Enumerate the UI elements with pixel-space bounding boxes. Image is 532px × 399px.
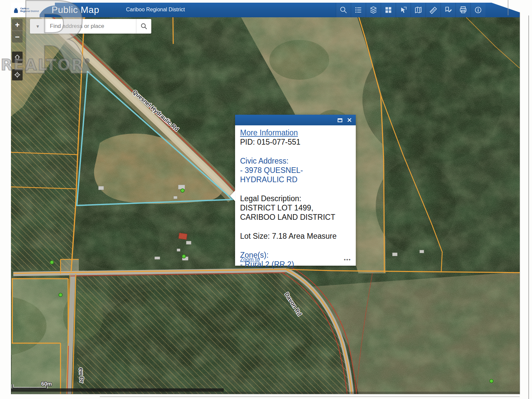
civic-address-label: Civic Address: <box>240 156 350 166</box>
legal-description-line1: DISTRICT LOT 1499, <box>240 203 350 212</box>
basemap-gallery-button[interactable] <box>381 3 396 17</box>
popup-pointer <box>230 191 235 201</box>
legend-list-icon <box>354 6 363 14</box>
search-icon <box>339 6 348 14</box>
zoom-in-button[interactable]: + <box>12 19 23 31</box>
zoom-controls: + − <box>12 19 23 43</box>
maximize-icon[interactable] <box>337 118 342 123</box>
search-submit-button[interactable] <box>136 19 151 34</box>
measure-button[interactable] <box>426 3 441 17</box>
agency-logo: Cariboo Regional District <box>11 3 40 17</box>
app-header: Cariboo Regional District Public Map Car… <box>11 3 520 17</box>
map-toolbar <box>336 3 485 17</box>
legal-description-line2: CARIBOO LAND DISTRICT <box>240 212 350 222</box>
logo-text-line2: Regional District <box>20 10 39 13</box>
legend-button[interactable] <box>351 3 366 17</box>
locate-target-icon <box>14 71 21 78</box>
measure-ruler-icon <box>429 6 438 14</box>
close-icon[interactable] <box>347 118 352 122</box>
scan-edge-shadow <box>528 0 529 399</box>
home-icon <box>14 54 21 61</box>
pid-value: PID: 015-077-551 <box>240 137 350 147</box>
magnifier-icon <box>140 23 148 30</box>
zoom-to-link[interactable]: Zoom to <box>240 255 260 264</box>
folded-map-icon <box>414 6 423 14</box>
logo-text-line1: Cariboo <box>20 7 39 10</box>
feature-info-popup: More Information PID: 015-077-551 Civic … <box>235 115 356 266</box>
select-cursor-icon <box>399 6 408 14</box>
draw-bookmark-icon <box>444 6 453 14</box>
print-button[interactable] <box>456 3 470 17</box>
address-search-widget: ▼ <box>30 19 151 34</box>
civic-address-line1: - 3978 QUESNEL- <box>240 166 350 175</box>
info-button[interactable] <box>470 3 485 17</box>
popup-body: More Information PID: 015-077-551 Civic … <box>235 125 356 266</box>
map-overview-button[interactable] <box>411 3 426 17</box>
caribou-logo-icon <box>13 6 19 14</box>
chevron-down-icon: ▼ <box>36 24 40 29</box>
select-tool-button[interactable] <box>396 3 411 17</box>
legal-description-label: Legal Description: <box>240 194 350 203</box>
zoom-out-button[interactable]: − <box>12 31 23 43</box>
basemap-grid-icon <box>384 6 393 14</box>
scan-artifact-line <box>508 0 508 15</box>
home-button[interactable] <box>12 52 23 63</box>
popup-menu-dots[interactable]: ••• <box>344 255 351 264</box>
locate-button[interactable] <box>12 69 23 80</box>
search-tool-button[interactable] <box>336 3 351 17</box>
civic-address-line2: HYDRAULIC RD <box>240 175 350 184</box>
draw-button[interactable] <box>441 3 456 17</box>
layers-button[interactable] <box>366 3 381 17</box>
layers-icon <box>369 6 378 14</box>
lot-size-value: Lot Size: 7.18 Area Measure <box>240 231 350 241</box>
scan-bottom-line <box>100 396 520 397</box>
search-input[interactable] <box>46 19 136 34</box>
scanned-map-page: Quesnel-Hydraulic Rd Davon Rd ew Dr 60m … <box>0 0 532 399</box>
search-source-dropdown[interactable]: ▼ <box>30 19 46 34</box>
org-name: Cariboo Regional District <box>126 7 185 13</box>
page-title: Public Map <box>52 5 99 15</box>
print-icon <box>459 6 467 14</box>
popup-header <box>235 115 356 125</box>
info-icon <box>474 6 482 14</box>
more-information-link[interactable]: More Information <box>240 128 298 137</box>
